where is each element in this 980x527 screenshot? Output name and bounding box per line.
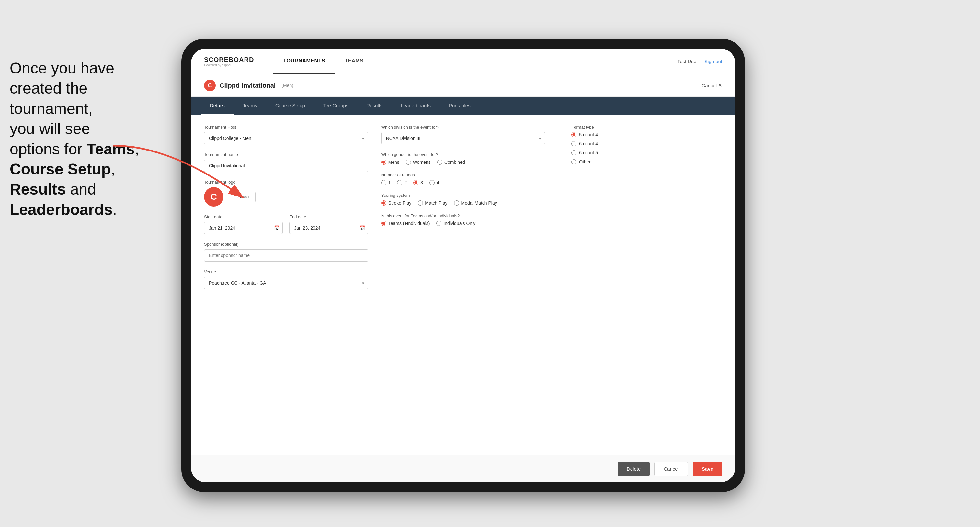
logo-title: SCOREBOARD [204,56,254,63]
tournament-title-row: C Clippd Invitational (Men) [204,79,293,91]
format-6count4-radio[interactable] [571,141,576,146]
tab-results[interactable]: Results [357,97,391,115]
scoring-match[interactable]: Match Play [418,200,447,206]
scoring-medal-radio[interactable] [454,200,459,206]
app-wrapper: SCOREBOARD Powered by clippd TOURNAMENTS… [191,49,735,483]
gender-womens-radio[interactable] [406,160,411,165]
tournament-header: C Clippd Invitational (Men) Cancel ✕ [191,75,735,97]
scoring-radio-group: Stroke Play Match Play Medal Match Play [381,200,546,206]
round-2[interactable]: 2 [397,180,407,185]
format-6count5-radio[interactable] [571,150,576,156]
tab-leaderboards[interactable]: Leaderboards [391,97,440,115]
division-select[interactable]: NCAA Division III [381,132,546,144]
cancel-x-button[interactable]: Cancel ✕ [702,83,722,88]
name-input[interactable] [204,160,368,172]
scoring-stroke[interactable]: Stroke Play [381,200,412,206]
format-5count4-radio[interactable] [571,132,576,137]
format-other-radio[interactable] [571,159,576,164]
bold-leaderboards: Leaderboards [10,201,112,218]
individuals-only[interactable]: Individuals Only [436,221,476,226]
sponsor-input[interactable] [204,249,368,262]
gender-combined[interactable]: Combined [437,160,465,165]
tab-details[interactable]: Details [201,97,234,115]
instructional-text: Once you have created the tournament, yo… [0,52,156,226]
tab-teams[interactable]: Teams [234,97,266,115]
text-line-3: tournament, [10,100,92,117]
round-4-radio[interactable] [430,180,434,185]
text-line-4: you will see [10,120,90,137]
format-other[interactable]: Other [571,159,722,164]
scoring-medal[interactable]: Medal Match Play [454,200,497,206]
venue-label: Venue [204,269,368,274]
rounds-radio-group: 1 2 3 [381,180,546,185]
tabs-bar: Details Teams Course Setup Tee Groups Re… [191,97,735,115]
user-name: Test User [678,59,698,64]
bold-coursesetup: Course Setup [10,160,111,178]
round-1[interactable]: 1 [381,180,391,185]
round-4[interactable]: 4 [430,180,439,185]
nav-link-tournaments[interactable]: TOURNAMENTS [273,49,335,75]
scoring-match-radio[interactable] [418,200,423,206]
form-col-right: Format type 5 count 4 6 count 4 [558,125,722,289]
division-group: Which division is the event for? NCAA Di… [381,125,546,144]
upload-button[interactable]: Upload [229,192,256,202]
bold-teams: Teams [86,140,135,158]
delete-button[interactable]: Delete [617,462,650,476]
form-col-left: Tournament Host Clippd College - Men Tou… [204,125,368,289]
end-date-input[interactable] [289,222,368,234]
round-1-radio[interactable] [381,180,387,185]
scoring-stroke-radio[interactable] [381,200,387,206]
save-button[interactable]: Save [693,462,722,476]
teams-plus-radio[interactable] [381,221,387,226]
logo-preview: C [204,187,223,206]
host-select[interactable]: Clippd College - Men [204,132,368,144]
format-label: Format type [571,125,722,130]
format-group: Format type 5 count 4 6 count 4 [571,125,722,164]
teams-label: Is this event for Teams and/or Individua… [381,213,546,218]
gender-womens[interactable]: Womens [406,160,431,165]
sponsor-group: Sponsor (optional) [204,242,368,262]
tournament-host-group: Tournament Host Clippd College - Men [204,125,368,144]
venue-select[interactable]: Peachtree GC - Atlanta - GA [204,277,368,289]
round-3[interactable]: 3 [413,180,423,185]
main-content: Tournament Host Clippd College - Men Tou… [191,115,735,455]
logo-area: SCOREBOARD Powered by clippd [204,56,254,67]
teams-radio-group: Teams (+Individuals) Individuals Only [381,221,546,226]
scoring-group: Scoring system Stroke Play Match Play [381,193,546,206]
round-3-radio[interactable] [413,180,418,185]
tab-printables[interactable]: Printables [440,97,480,115]
logo-label: Tournament logo [204,179,368,184]
name-label: Tournament name [204,152,368,157]
format-6count4[interactable]: 6 count 4 [571,141,722,146]
gender-combined-radio[interactable] [437,160,442,165]
rounds-group: Number of rounds 1 2 [381,173,546,185]
format-5count4[interactable]: 5 count 4 [571,132,722,137]
logo-subtitle: Powered by clippd [204,63,254,67]
round-2-radio[interactable] [397,180,402,185]
gender-mens-radio[interactable] [381,160,387,165]
start-date-group: Start date [204,214,283,234]
gender-mens[interactable]: Mens [381,160,399,165]
tablet-screen: SCOREBOARD Powered by clippd TOURNAMENTS… [191,49,735,483]
separator: | [700,59,702,64]
format-6count5[interactable]: 6 count 5 [571,150,722,156]
host-label: Tournament Host [204,125,368,130]
cancel-button[interactable]: Cancel [654,462,688,476]
teams-plus-individuals[interactable]: Teams (+Individuals) [381,221,430,226]
tab-tee-groups[interactable]: Tee Groups [314,97,358,115]
sign-out-link[interactable]: Sign out [705,59,722,64]
form-col-middle: Which division is the event for? NCAA Di… [381,125,546,289]
sponsor-label: Sponsor (optional) [204,242,368,247]
end-date-label: End date [289,214,368,219]
tab-course-setup[interactable]: Course Setup [266,97,314,115]
nav-link-teams[interactable]: TEAMS [335,49,374,75]
tournament-badge: (Men) [282,83,293,88]
start-date-input[interactable] [204,222,283,234]
venue-group: Venue Peachtree GC - Atlanta - GA [204,269,368,289]
logo-upload-area: C Upload [204,187,368,206]
individuals-only-radio[interactable] [436,221,441,226]
gender-label: Which gender is the event for? [381,152,546,157]
text-line-1: Once you have [10,60,115,77]
top-nav: SCOREBOARD Powered by clippd TOURNAMENTS… [191,49,735,75]
form-grid: Tournament Host Clippd College - Men Tou… [204,125,722,289]
